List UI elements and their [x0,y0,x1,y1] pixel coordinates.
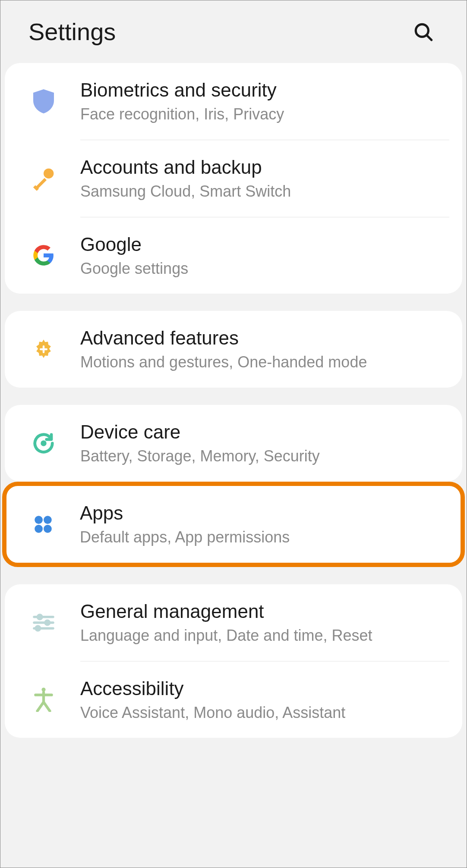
item-subtitle: Battery, Storage, Memory, Security [80,446,449,467]
item-subtitle: Language and input, Date and time, Reset [80,626,449,646]
settings-item-accessibility[interactable]: Accessibility Voice Assistant, Mono audi… [5,661,462,738]
item-title: Accounts and backup [80,155,449,179]
item-title: Biometrics and security [80,78,449,102]
person-icon [31,686,57,712]
item-subtitle: Face recognition, Iris, Privacy [80,104,449,125]
item-subtitle: Motions and gestures, One-handed mode [80,352,449,373]
settings-group: Device care Battery, Storage, Memory, Se… [5,405,462,482]
svg-point-15 [36,626,40,630]
svg-line-19 [38,702,44,711]
svg-point-11 [38,615,42,619]
settings-item-accounts[interactable]: Accounts and backup Samsung Cloud, Smart… [5,140,462,217]
circle-refresh-icon [31,430,57,456]
item-subtitle: Voice Assistant, Mono audio, Assistant [80,703,449,723]
svg-point-13 [45,620,50,625]
svg-line-20 [44,702,50,711]
settings-group-highlighted: Apps Default apps, App permissions [2,482,465,567]
search-icon [413,21,434,43]
shield-icon [31,88,57,114]
item-subtitle: Samsung Cloud, Smart Switch [80,182,449,202]
settings-item-apps[interactable]: Apps Default apps, App permissions [6,486,461,563]
google-icon [31,242,57,268]
item-title: Google [80,232,449,256]
settings-item-device-care[interactable]: Device care Battery, Storage, Memory, Se… [5,405,462,482]
apps-grid-icon [30,511,56,537]
search-button[interactable] [410,19,436,45]
svg-point-9 [44,525,52,533]
settings-group: Biometrics and security Face recognition… [5,63,462,294]
page-title: Settings [28,18,116,46]
item-title: Device care [80,420,449,444]
item-subtitle: Google settings [80,259,449,279]
svg-point-8 [35,525,43,533]
settings-group: General management Language and input, D… [5,584,462,738]
svg-point-5 [41,440,47,446]
item-title: Apps [80,501,448,525]
key-icon [31,166,57,191]
gear-plus-icon [31,336,57,362]
item-subtitle: Default apps, App permissions [80,527,448,548]
settings-item-biometrics[interactable]: Biometrics and security Face recognition… [5,63,462,140]
svg-line-1 [427,35,432,40]
svg-point-2 [44,168,54,178]
item-title: Advanced features [80,326,449,350]
header: Settings [0,0,467,63]
settings-item-google[interactable]: Google Google settings [5,217,462,294]
item-title: General management [80,599,449,623]
settings-item-advanced[interactable]: Advanced features Motions and gestures, … [5,311,462,388]
svg-point-6 [35,516,43,524]
sliders-icon [31,610,57,636]
settings-group: Advanced features Motions and gestures, … [5,311,462,388]
settings-item-general[interactable]: General management Language and input, D… [5,584,462,661]
item-title: Accessibility [80,677,449,700]
svg-point-7 [44,516,52,524]
